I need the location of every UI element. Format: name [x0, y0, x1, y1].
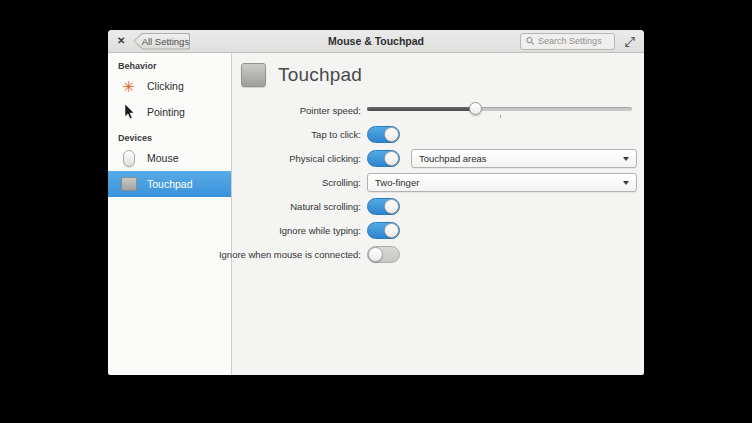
ignore-while-typing-label: Ignore while typing: — [279, 225, 361, 236]
row-physical-clicking: Physical clicking: Touchpad areas — [232, 147, 637, 170]
tap-to-click-toggle[interactable] — [367, 126, 400, 143]
row-tap-to-click: Tap to click: — [232, 123, 637, 146]
dropdown-value: Two-finger — [375, 177, 419, 188]
scrolling-label: Scrolling: — [322, 177, 361, 188]
sidebar-item-touchpad[interactable]: Touchpad — [108, 171, 231, 197]
search-icon — [526, 36, 535, 46]
chevron-down-icon — [623, 157, 629, 161]
pointer-speed-handle[interactable] — [469, 102, 482, 115]
sidebar-item-label: Mouse — [147, 152, 179, 164]
touchpad-large-icon — [241, 63, 266, 87]
pointer-speed-label: Pointer speed: — [300, 105, 361, 116]
toggle-knob — [384, 151, 399, 166]
all-settings-button[interactable]: All Settings — [133, 33, 190, 50]
slider-center-tick — [500, 115, 501, 118]
close-icon[interactable]: ✕ — [117, 36, 125, 46]
ignore-while-typing-toggle[interactable] — [367, 222, 400, 239]
toggle-knob — [384, 199, 399, 214]
sidebar: Behavior ✳ Clicking Pointing Devices — [108, 53, 232, 375]
row-pointer-speed: Pointer speed: — [232, 99, 637, 122]
starburst-icon: ✳ — [120, 79, 137, 94]
row-ignore-while-typing: Ignore while typing: — [232, 219, 637, 242]
search-field[interactable] — [520, 33, 615, 50]
search-input[interactable] — [538, 36, 609, 46]
natural-scrolling-label: Natural scrolling: — [290, 201, 361, 212]
titlebar: ✕ All Settings Mouse & Touchpad ⤢ — [108, 30, 644, 53]
pointer-speed-fill — [367, 107, 476, 111]
sidebar-heading-behavior: Behavior — [108, 59, 231, 73]
toggle-knob — [384, 127, 399, 142]
row-ignore-mouse-connected: Ignore when mouse is connected: — [232, 243, 637, 266]
sidebar-item-label: Clicking — [147, 80, 184, 92]
back-button-label: All Settings — [134, 34, 189, 49]
sidebar-item-pointing[interactable]: Pointing — [108, 99, 231, 125]
window-title: Mouse & Touchpad — [328, 35, 424, 47]
content-pane: Touchpad Pointer speed: — [232, 53, 644, 375]
dropdown-value: Touchpad areas — [419, 153, 487, 164]
physical-clicking-toggle[interactable] — [367, 150, 400, 167]
scrolling-dropdown[interactable]: Two-finger — [367, 173, 637, 192]
ignore-mouse-connected-label: Ignore when mouse is connected: — [219, 249, 361, 260]
ignore-mouse-connected-toggle[interactable] — [367, 246, 400, 263]
natural-scrolling-toggle[interactable] — [367, 198, 400, 215]
cursor-icon — [120, 104, 137, 120]
chevron-down-icon — [623, 181, 629, 185]
page-title: Touchpad — [278, 64, 362, 86]
row-natural-scrolling: Natural scrolling: — [232, 195, 637, 218]
expand-icon[interactable]: ⤢ — [625, 35, 635, 48]
physical-clicking-dropdown[interactable]: Touchpad areas — [411, 149, 637, 168]
settings-window: ✕ All Settings Mouse & Touchpad ⤢ Behavi… — [108, 30, 644, 375]
sidebar-item-mouse[interactable]: Mouse — [108, 145, 231, 171]
tap-to-click-label: Tap to click: — [311, 129, 361, 140]
pointer-speed-slider[interactable] — [367, 102, 632, 120]
sidebar-item-label: Touchpad — [147, 178, 193, 190]
sidebar-heading-devices: Devices — [108, 131, 231, 145]
touchpad-icon — [120, 177, 137, 191]
toggle-knob — [368, 247, 383, 262]
physical-clicking-label: Physical clicking: — [289, 153, 361, 164]
sidebar-item-label: Pointing — [147, 106, 185, 118]
toggle-knob — [384, 223, 399, 238]
mouse-icon — [120, 150, 137, 167]
row-scrolling: Scrolling: Two-finger — [232, 171, 637, 194]
sidebar-item-clicking[interactable]: ✳ Clicking — [108, 73, 231, 99]
